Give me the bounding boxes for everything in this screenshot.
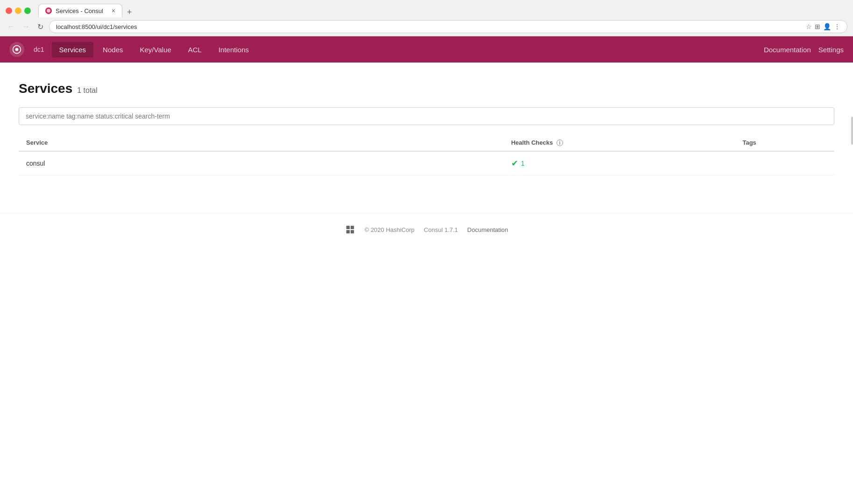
datacenter-label: dc1 xyxy=(34,46,44,53)
consul-navbar: dc1 Services Nodes Key/Value ACL Intenti… xyxy=(0,36,853,63)
consul-logo xyxy=(9,42,24,57)
page-header: Services 1 total xyxy=(19,81,834,96)
address-bar-container: ← → ↻ localhost:8500/ui/dc1/services ☆ ⊞… xyxy=(0,17,853,36)
forward-button[interactable]: → xyxy=(21,21,32,33)
health-count: 1 xyxy=(521,160,525,167)
address-icons: ☆ ⊞ 👤 ⋮ xyxy=(806,23,840,30)
service-name: consul xyxy=(26,160,45,167)
hashicorp-logo-icon xyxy=(345,224,355,235)
new-tab-button[interactable]: + xyxy=(124,7,135,17)
url-text: localhost:8500/ui/dc1/services xyxy=(56,23,806,30)
back-button[interactable]: ← xyxy=(6,21,17,33)
table-row[interactable]: consul ✔ 1 xyxy=(19,151,834,175)
search-input[interactable] xyxy=(19,107,834,125)
nav-documentation-link[interactable]: Documentation xyxy=(764,46,811,54)
nav-link-keyvalue[interactable]: Key/Value xyxy=(132,42,178,57)
window-minimize-button[interactable] xyxy=(15,7,21,14)
footer-documentation-link[interactable]: Documentation xyxy=(467,226,508,233)
svg-rect-3 xyxy=(351,226,354,229)
footer-logo xyxy=(345,224,355,235)
svg-point-1 xyxy=(15,48,19,51)
nav-links: Services Nodes Key/Value ACL Intentions xyxy=(52,42,256,57)
address-bar[interactable]: localhost:8500/ui/dc1/services ☆ ⊞ 👤 ⋮ xyxy=(49,20,847,33)
nav-link-intentions[interactable]: Intentions xyxy=(211,42,256,57)
column-header-tags: Tags xyxy=(735,134,834,151)
column-header-service: Service xyxy=(19,134,504,151)
consul-logo-icon xyxy=(9,42,24,57)
nav-link-services[interactable]: Services xyxy=(52,42,94,57)
window-controls xyxy=(6,7,31,14)
menu-icon[interactable]: ⋮ xyxy=(834,23,840,30)
window-close-button[interactable] xyxy=(6,7,12,14)
browser-chrome: Services - Consul × + ← → ↻ localhost:85… xyxy=(0,0,853,36)
page-title: Services xyxy=(19,81,72,96)
search-container xyxy=(19,107,834,125)
main-content: Services 1 total Service Health Checks i… xyxy=(0,63,853,194)
footer: © 2020 HashiCorp Consul 1.7.1 Documentat… xyxy=(0,213,853,246)
svg-rect-4 xyxy=(346,230,349,233)
services-table: Service Health Checks i Tags consul ✔ xyxy=(19,134,834,175)
tab-close-button[interactable]: × xyxy=(112,7,115,14)
tab-favicon xyxy=(45,7,52,14)
svg-rect-2 xyxy=(346,226,349,229)
account-icon[interactable]: 👤 xyxy=(823,23,831,30)
bookmark-icon[interactable]: ☆ xyxy=(806,23,812,30)
nav-right: Documentation Settings xyxy=(764,46,844,54)
active-tab[interactable]: Services - Consul × xyxy=(38,4,122,17)
nav-settings-link[interactable]: Settings xyxy=(818,46,844,54)
window-maximize-button[interactable] xyxy=(24,7,31,14)
tab-title: Services - Consul xyxy=(56,7,103,14)
page-count: 1 total xyxy=(77,86,98,95)
table-header: Service Health Checks i Tags xyxy=(19,134,834,151)
nav-link-acl[interactable]: ACL xyxy=(181,42,209,57)
health-checks-container: ✔ 1 xyxy=(511,158,728,168)
svg-rect-5 xyxy=(351,230,354,233)
service-name-cell: consul xyxy=(19,151,504,175)
reload-button[interactable]: ↻ xyxy=(35,21,45,33)
extensions-icon[interactable]: ⊞ xyxy=(815,23,820,30)
health-checks-info-icon[interactable]: i xyxy=(557,140,563,146)
footer-version: Consul 1.7.1 xyxy=(424,226,458,233)
health-passing-icon: ✔ xyxy=(511,158,518,168)
health-checks-cell: ✔ 1 xyxy=(504,151,735,175)
column-header-health-checks: Health Checks i xyxy=(504,134,735,151)
table-body: consul ✔ 1 xyxy=(19,151,834,175)
nav-link-nodes[interactable]: Nodes xyxy=(95,42,130,57)
tab-bar: Services - Consul × + xyxy=(38,4,135,17)
scrollbar-hint xyxy=(851,117,853,145)
footer-copyright: © 2020 HashiCorp xyxy=(365,226,415,233)
tags-cell xyxy=(735,151,834,175)
